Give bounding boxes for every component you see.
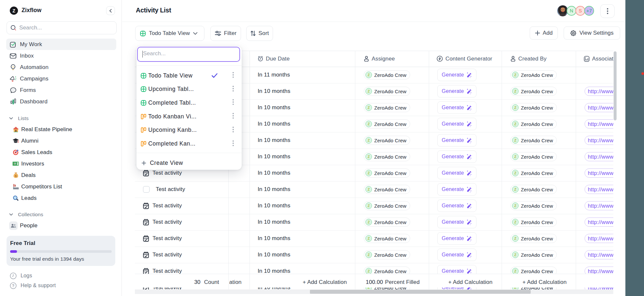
svg-text:?: ? bbox=[12, 283, 14, 288]
svg-text:$: $ bbox=[15, 174, 17, 178]
svg-text:$: $ bbox=[14, 163, 16, 165]
